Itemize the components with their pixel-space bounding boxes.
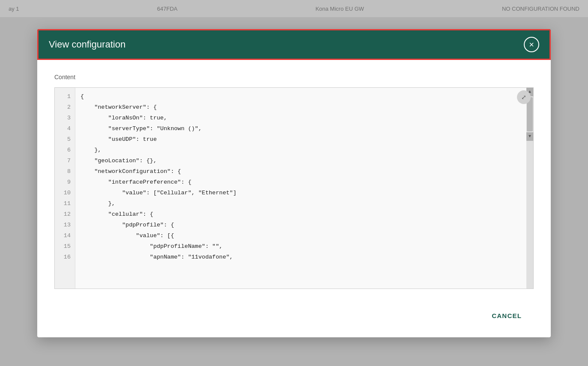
- modal-footer: CANCEL: [37, 299, 551, 337]
- line-number: 12: [58, 209, 71, 220]
- view-configuration-modal: View configuration × Content ⤢ 123456789…: [37, 29, 551, 337]
- modal-overlay: View configuration × Content ⤢ 123456789…: [0, 0, 588, 366]
- scrollbar[interactable]: ▲ ▼: [526, 88, 533, 289]
- content-label: Content: [54, 74, 534, 80]
- line-number: 2: [58, 102, 71, 113]
- line-number: 6: [58, 145, 71, 155]
- line-number: 13: [58, 220, 71, 230]
- line-number: 11: [58, 198, 71, 209]
- code-editor-container: ⤢ 12345678910111213141516 { "networkServ…: [54, 87, 534, 289]
- line-number: 9: [58, 177, 71, 187]
- line-number: 3: [58, 113, 71, 123]
- cancel-button[interactable]: CANCEL: [480, 306, 534, 325]
- expand-button[interactable]: ⤢: [517, 90, 531, 104]
- code-wrapper: 12345678910111213141516 { "networkServer…: [55, 88, 533, 289]
- line-number: 15: [58, 241, 71, 252]
- modal-header: View configuration ×: [37, 29, 551, 60]
- line-number: 1: [58, 91, 71, 102]
- code-content[interactable]: { "networkServer": { "loraNsOn": true, "…: [75, 88, 526, 289]
- expand-icon: ⤢: [521, 94, 526, 101]
- close-button[interactable]: ×: [524, 37, 539, 52]
- line-number: 14: [58, 230, 71, 241]
- modal-body: Content ⤢ 12345678910111213141516 { "net…: [37, 60, 551, 299]
- modal-title: View configuration: [49, 39, 125, 50]
- line-number: 8: [58, 166, 71, 177]
- line-number: 16: [58, 252, 71, 262]
- line-numbers: 12345678910111213141516: [55, 88, 75, 289]
- scrollbar-down-arrow[interactable]: ▼: [526, 132, 533, 141]
- line-number: 4: [58, 123, 71, 134]
- line-number: 7: [58, 155, 71, 166]
- line-number: 5: [58, 134, 71, 145]
- line-number: 10: [58, 187, 71, 198]
